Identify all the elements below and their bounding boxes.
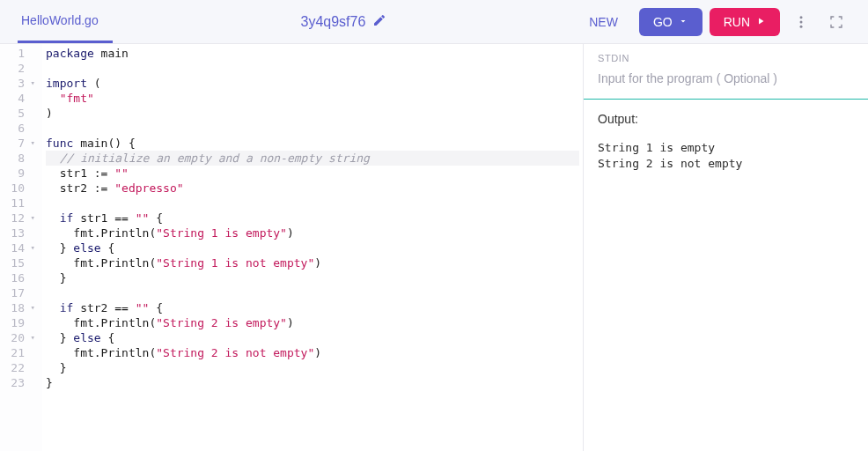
code-line[interactable]: func main() { <box>46 136 579 151</box>
stdin-section: STDIN <box>584 44 868 99</box>
code-line[interactable]: ) <box>46 106 579 121</box>
fold-caret-icon[interactable]: ▾ <box>28 211 35 226</box>
stdin-label: STDIN <box>598 53 854 63</box>
pencil-icon[interactable] <box>372 13 386 31</box>
gutter-line: 22 <box>4 360 35 375</box>
code-line[interactable] <box>46 285 579 300</box>
gutter-line: 7▾ <box>4 136 35 151</box>
gutter-line: 14▾ <box>4 240 35 255</box>
output-text: String 1 is emptyString 2 is not empty <box>598 140 854 172</box>
run-button[interactable]: RUN <box>710 8 780 36</box>
code-line[interactable]: fmt.Println("String 2 is not empty") <box>46 345 579 360</box>
gutter-line: 2 <box>4 61 35 76</box>
code-editor[interactable]: 123▾4567▾89101112▾1314▾15161718▾1920▾212… <box>0 44 583 451</box>
gutter-line: 17 <box>4 285 35 300</box>
svg-point-0 <box>800 16 803 18</box>
code-line[interactable]: fmt.Println("String 1 is empty") <box>46 226 579 240</box>
fold-caret-icon[interactable]: ▾ <box>28 240 35 255</box>
svg-point-2 <box>800 25 803 27</box>
gutter-line: 3▾ <box>4 76 35 91</box>
gutter-line: 8 <box>4 151 35 166</box>
fold-caret-icon[interactable]: ▾ <box>28 76 35 91</box>
gutter: 123▾4567▾89101112▾1314▾15161718▾1920▾212… <box>0 44 42 451</box>
gutter-line: 4 <box>4 91 35 106</box>
run-label: RUN <box>724 15 750 29</box>
more-menu-button[interactable] <box>787 8 815 36</box>
title-group: 3y4q9sf76 <box>120 13 569 31</box>
io-panel: STDIN Output: String 1 is emptyString 2 … <box>583 44 868 451</box>
fold-caret-icon[interactable]: ▾ <box>28 330 35 345</box>
code-line[interactable]: } <box>46 270 579 285</box>
code-line[interactable] <box>46 61 579 76</box>
code-line[interactable]: fmt.Println("String 2 is empty") <box>46 315 579 330</box>
gutter-line: 16 <box>4 270 35 285</box>
output-line: String 2 is not empty <box>598 156 854 172</box>
output-line: String 1 is empty <box>598 140 854 156</box>
gutter-line: 5 <box>4 106 35 121</box>
gutter-line: 10 <box>4 181 35 196</box>
code-line[interactable]: import ( <box>46 76 579 91</box>
fullscreen-icon <box>829 15 843 29</box>
app-root: HelloWorld.go 3y4q9sf76 NEW GO RUN <box>0 0 868 451</box>
code-line[interactable] <box>46 121 579 136</box>
new-button[interactable]: NEW <box>575 8 632 36</box>
gutter-line: 20▾ <box>4 330 35 345</box>
gutter-line: 12▾ <box>4 211 35 226</box>
code-area[interactable]: package mainimport ( "fmt")func main() {… <box>42 44 583 451</box>
code-line[interactable]: str2 := "edpresso" <box>46 181 579 196</box>
code-line[interactable]: if str2 == "" { <box>46 300 579 315</box>
language-label: GO <box>653 15 673 29</box>
gutter-line: 21 <box>4 345 35 360</box>
gutter-line: 11 <box>4 196 35 211</box>
code-line[interactable]: // initialize an empty and a non-empty s… <box>46 151 579 166</box>
gutter-line: 9 <box>4 166 35 181</box>
body: 123▾4567▾89101112▾1314▾15161718▾1920▾212… <box>0 44 868 451</box>
filename-tab[interactable]: HelloWorld.go <box>18 0 113 43</box>
fold-caret-icon[interactable]: ▾ <box>28 300 35 315</box>
gutter-line: 1 <box>4 46 35 61</box>
dots-vertical-icon <box>793 14 809 30</box>
output-section: Output: String 1 is emptyString 2 is not… <box>584 100 868 451</box>
stdin-input[interactable] <box>598 71 854 85</box>
code-line[interactable]: if str1 == "" { <box>46 211 579 226</box>
code-line[interactable]: str1 := "" <box>46 166 579 181</box>
output-title: Output: <box>598 112 854 126</box>
code-line[interactable]: } else { <box>46 240 579 255</box>
chevron-down-icon <box>678 15 688 29</box>
code-line[interactable] <box>46 196 579 211</box>
gutter-line: 23 <box>4 375 35 390</box>
gutter-line: 18▾ <box>4 300 35 315</box>
gutter-line: 15 <box>4 255 35 270</box>
code-line[interactable]: "fmt" <box>46 91 579 106</box>
fullscreen-button[interactable] <box>822 8 850 36</box>
code-line[interactable]: } <box>46 360 579 375</box>
code-line[interactable]: } else { <box>46 330 579 345</box>
gutter-line: 6 <box>4 121 35 136</box>
fold-caret-icon[interactable]: ▾ <box>28 136 35 151</box>
gutter-line: 19 <box>4 315 35 330</box>
code-line[interactable]: } <box>46 375 579 390</box>
code-line[interactable]: package main <box>46 46 579 61</box>
svg-point-1 <box>800 20 803 23</box>
language-select-button[interactable]: GO <box>639 8 702 36</box>
page-id: 3y4q9sf76 <box>301 14 366 30</box>
gutter-line: 13 <box>4 226 35 240</box>
code-line[interactable]: fmt.Println("String 1 is not empty") <box>46 255 579 270</box>
toolbar: HelloWorld.go 3y4q9sf76 NEW GO RUN <box>0 0 868 44</box>
play-icon <box>755 15 766 29</box>
